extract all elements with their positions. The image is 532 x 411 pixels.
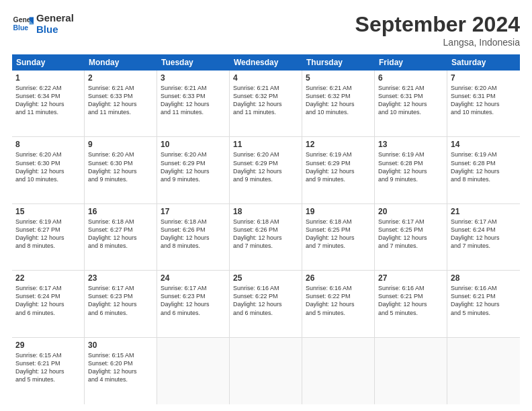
calendar-empty — [157, 338, 230, 404]
calendar-day-7: 7Sunrise: 6:20 AMSunset: 6:31 PMDaylight… — [447, 71, 520, 136]
header-friday: Friday — [375, 54, 447, 71]
header-tuesday: Tuesday — [157, 54, 230, 71]
calendar-day-16: 16Sunrise: 6:18 AMSunset: 6:27 PMDayligh… — [85, 204, 157, 270]
calendar-empty — [447, 338, 520, 404]
calendar-day-12: 12Sunrise: 6:19 AMSunset: 6:29 PMDayligh… — [302, 137, 375, 203]
calendar-day-23: 23Sunrise: 6:17 AMSunset: 6:23 PMDayligh… — [85, 271, 157, 336]
calendar-day-2: 2Sunrise: 6:21 AMSunset: 6:33 PMDaylight… — [85, 71, 157, 136]
calendar-body: 1Sunrise: 6:22 AMSunset: 6:34 PMDaylight… — [12, 71, 520, 404]
logo-line1: General — [36, 12, 74, 24]
header-thursday: Thursday — [302, 54, 375, 71]
calendar-day-6: 6Sunrise: 6:21 AMSunset: 6:31 PMDaylight… — [375, 71, 447, 136]
header-saturday: Saturday — [447, 54, 520, 71]
calendar-day-5: 5Sunrise: 6:21 AMSunset: 6:32 PMDaylight… — [302, 71, 375, 136]
calendar-row-2: 15Sunrise: 6:19 AMSunset: 6:27 PMDayligh… — [12, 204, 520, 271]
calendar-day-19: 19Sunrise: 6:18 AMSunset: 6:25 PMDayligh… — [302, 204, 375, 270]
month-title: September 2024 — [355, 12, 520, 37]
calendar-day-25: 25Sunrise: 6:16 AMSunset: 6:22 PMDayligh… — [230, 271, 302, 336]
calendar-day-30: 30Sunrise: 6:15 AMSunset: 6:20 PMDayligh… — [85, 338, 157, 404]
calendar-day-21: 21Sunrise: 6:17 AMSunset: 6:24 PMDayligh… — [447, 204, 520, 270]
calendar-day-28: 28Sunrise: 6:16 AMSunset: 6:21 PMDayligh… — [447, 271, 520, 336]
title-block: September 2024 Langsa, Indonesia — [355, 12, 520, 48]
calendar-day-15: 15Sunrise: 6:19 AMSunset: 6:27 PMDayligh… — [12, 204, 85, 270]
calendar-day-11: 11Sunrise: 6:20 AMSunset: 6:29 PMDayligh… — [230, 137, 302, 203]
logo-icon: General Blue — [12, 13, 34, 34]
calendar-row-3: 22Sunrise: 6:17 AMSunset: 6:24 PMDayligh… — [12, 271, 520, 337]
calendar-day-29: 29Sunrise: 6:15 AMSunset: 6:21 PMDayligh… — [12, 338, 85, 404]
header-monday: Monday — [85, 54, 157, 71]
calendar-day-3: 3Sunrise: 6:21 AMSunset: 6:33 PMDaylight… — [157, 71, 230, 136]
calendar-day-8: 8Sunrise: 6:20 AMSunset: 6:30 PMDaylight… — [12, 137, 85, 203]
logo-line2: Blue — [36, 24, 74, 35]
calendar-empty — [230, 338, 302, 404]
header-wednesday: Wednesday — [230, 54, 302, 71]
calendar-day-13: 13Sunrise: 6:19 AMSunset: 6:28 PMDayligh… — [375, 137, 447, 203]
header: General Blue General Blue September 2024… — [12, 12, 520, 48]
calendar-row-4: 29Sunrise: 6:15 AMSunset: 6:21 PMDayligh… — [12, 338, 520, 404]
calendar-day-27: 27Sunrise: 6:16 AMSunset: 6:21 PMDayligh… — [375, 271, 447, 336]
calendar-day-1: 1Sunrise: 6:22 AMSunset: 6:34 PMDaylight… — [12, 71, 85, 136]
page: General Blue General Blue September 2024… — [0, 0, 532, 411]
calendar-day-18: 18Sunrise: 6:18 AMSunset: 6:26 PMDayligh… — [230, 204, 302, 270]
svg-text:Blue: Blue — [13, 24, 29, 32]
location: Langsa, Indonesia — [355, 37, 520, 48]
calendar-day-4: 4Sunrise: 6:21 AMSunset: 6:32 PMDaylight… — [230, 71, 302, 136]
logo: General Blue General Blue — [12, 12, 74, 36]
calendar-day-22: 22Sunrise: 6:17 AMSunset: 6:24 PMDayligh… — [12, 271, 85, 336]
calendar-day-26: 26Sunrise: 6:16 AMSunset: 6:22 PMDayligh… — [302, 271, 375, 336]
calendar-day-17: 17Sunrise: 6:18 AMSunset: 6:26 PMDayligh… — [157, 204, 230, 270]
calendar-empty — [302, 338, 375, 404]
calendar-header: Sunday Monday Tuesday Wednesday Thursday… — [12, 54, 520, 71]
calendar-day-24: 24Sunrise: 6:17 AMSunset: 6:23 PMDayligh… — [157, 271, 230, 336]
calendar-day-20: 20Sunrise: 6:17 AMSunset: 6:25 PMDayligh… — [375, 204, 447, 270]
header-sunday: Sunday — [12, 54, 85, 71]
calendar-day-10: 10Sunrise: 6:20 AMSunset: 6:29 PMDayligh… — [157, 137, 230, 203]
calendar-day-9: 9Sunrise: 6:20 AMSunset: 6:30 PMDaylight… — [85, 137, 157, 203]
calendar-row-1: 8Sunrise: 6:20 AMSunset: 6:30 PMDaylight… — [12, 137, 520, 203]
calendar: Sunday Monday Tuesday Wednesday Thursday… — [12, 54, 520, 404]
calendar-row-0: 1Sunrise: 6:22 AMSunset: 6:34 PMDaylight… — [12, 71, 520, 137]
calendar-day-14: 14Sunrise: 6:19 AMSunset: 6:28 PMDayligh… — [447, 137, 520, 203]
calendar-empty — [375, 338, 447, 404]
